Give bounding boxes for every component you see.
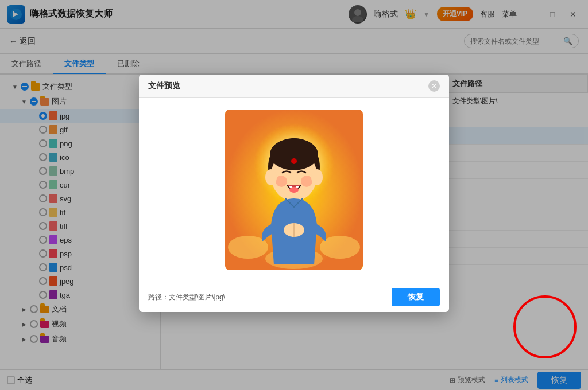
modal-close-button[interactable]: ✕: [428, 80, 440, 92]
svg-point-16: [289, 187, 299, 193]
modal-title: 文件预览: [148, 81, 180, 91]
svg-point-19: [265, 169, 277, 185]
preview-image: [225, 110, 363, 270]
modal-footer: 路径：文件类型\图片\jpg\ 恢复: [139, 282, 449, 312]
modal-body: [139, 98, 449, 282]
modal-path: 路径：文件类型\图片\jpg\: [148, 292, 225, 302]
modal-header: 文件预览 ✕: [139, 75, 449, 98]
cartoon-svg: [225, 110, 363, 270]
svg-point-14: [276, 176, 287, 187]
svg-point-15: [301, 176, 312, 187]
modal-recover-button[interactable]: 恢复: [392, 288, 440, 306]
svg-point-12: [270, 138, 318, 170]
svg-point-20: [311, 169, 323, 185]
modal-overlay: 文件预览 ✕: [0, 0, 588, 390]
svg-point-13: [291, 158, 297, 164]
preview-modal: 文件预览 ✕: [139, 75, 449, 312]
